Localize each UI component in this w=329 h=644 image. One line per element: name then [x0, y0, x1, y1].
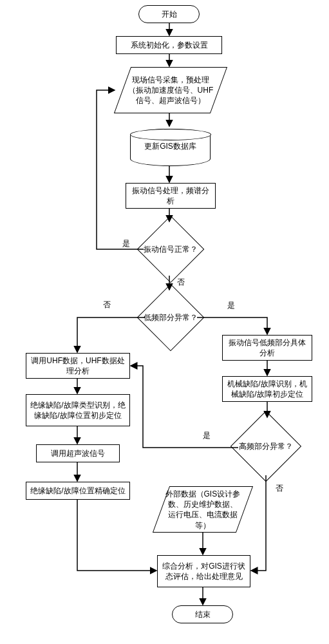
low-freq-no: 否	[103, 299, 111, 310]
high-freq-label: 高频部分异常？	[230, 442, 301, 451]
ext-data-label: 外部数据（GIS设计参数、历史维护数据、运行电压、电流数据等）	[165, 489, 241, 531]
call-uhf-label: 调用UHF数据，UHF数据处理分析	[30, 355, 126, 376]
call-uhf-process: 调用UHF数据，UHF数据处理分析	[26, 353, 130, 379]
vib-normal-yes: 是	[122, 238, 130, 249]
high-freq-yes: 是	[203, 430, 211, 441]
low-freq-decision: 低频部分异常？	[147, 294, 194, 341]
start-terminal: 开始	[138, 5, 200, 23]
vib-process: 振动信号处理，频谱分析	[126, 183, 216, 209]
vib-normal-no: 否	[177, 277, 185, 288]
low-freq-label: 低频部分异常？	[137, 313, 204, 322]
high-freq-no: 否	[276, 483, 283, 494]
vib-normal-label: 振动信号正常？	[137, 245, 204, 254]
high-freq-decision: 高频部分异常？	[241, 421, 291, 471]
end-label: 结束	[195, 609, 211, 620]
acquire-io: 现场信号采集，预处理（振动加速度信号、UHF信号、超声波信号）	[114, 67, 227, 113]
vib-low-analyze-process: 振动信号低频部分具体分析	[222, 335, 312, 361]
call-ultra-label: 调用超声波信号	[51, 448, 105, 459]
insul-id-label: 绝缘缺陷/故障类型识别，绝缘缺陷/故障位置初步定位	[30, 400, 126, 421]
vib-low-analyze-label: 振动信号低频部分具体分析	[226, 337, 308, 358]
end-terminal: 结束	[172, 605, 233, 623]
low-freq-yes: 是	[227, 300, 235, 311]
vib-process-label: 振动信号处理，频谱分析	[129, 185, 212, 206]
call-ultra-process: 调用超声波信号	[36, 444, 120, 462]
insul-locate-label: 绝缘缺陷/故障位置精确定位	[30, 486, 125, 496]
init-label: 系统初始化，参数设置	[131, 40, 208, 50]
mech-id-label: 机械缺陷/故障识别，机械缺陷/故障初步定位	[226, 379, 308, 399]
update-db-store: 更新GIS数据库	[130, 129, 211, 166]
insul-locate-process: 绝缘缺陷/故障位置精确定位	[26, 482, 130, 500]
vib-normal-decision: 振动信号正常？	[147, 225, 194, 273]
update-db-label: 更新GIS数据库	[131, 141, 210, 152]
mech-id-process: 机械缺陷/故障识别，机械缺陷/故障初步定位	[222, 376, 312, 402]
acquire-label: 现场信号采集，预处理（振动加速度信号、UHF信号、超声波信号）	[126, 75, 215, 106]
ext-data-io: 外部数据（GIS设计参数、历史维护数据、运行电压、电流数据等）	[153, 486, 253, 533]
start-label: 开始	[162, 9, 177, 19]
init-process: 系统初始化，参数设置	[116, 36, 222, 54]
insul-id-process: 绝缘缺陷/故障类型识别，绝缘缺陷/故障位置初步定位	[26, 394, 130, 426]
synth-label: 综合分析，对GIS进行状态评估，给出处理意见	[161, 561, 247, 582]
synth-process: 综合分析，对GIS进行状态评估，给出处理意见	[157, 555, 250, 587]
